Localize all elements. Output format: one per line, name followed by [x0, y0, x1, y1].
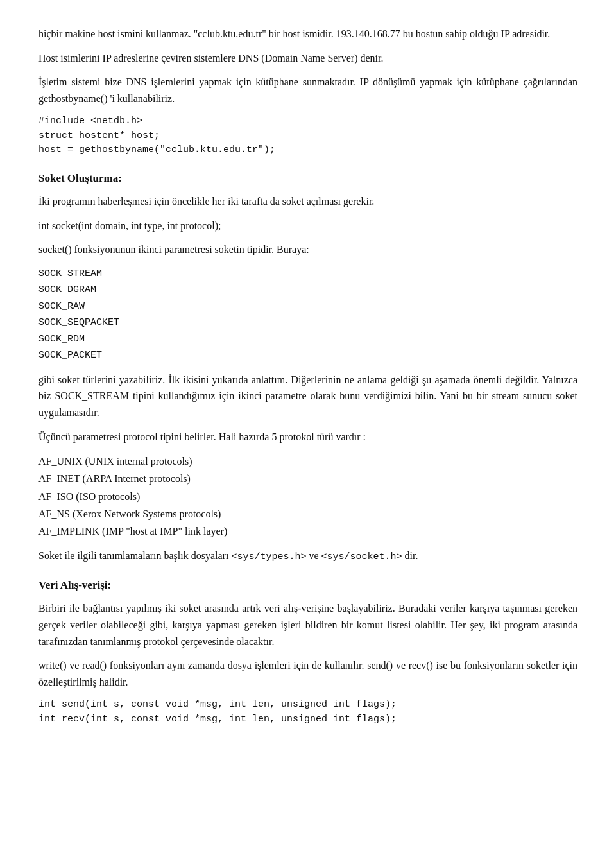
- code-gethostbyname: #include <netdb.h> struct hostent* host;…: [38, 114, 578, 158]
- main-content: hiçbir makine host ismini kullanmaz. "cc…: [38, 26, 578, 727]
- list-item-sock-dgram: SOCK_DGRAM: [38, 282, 578, 298]
- list-item-sock-packet: SOCK_PACKET: [38, 347, 578, 364]
- list-item-sock-rdm: SOCK_RDM: [38, 331, 578, 348]
- paragraph-socket-signature: int socket(int domain, int type, int pro…: [38, 218, 578, 234]
- proto-af-inet: AF_INET (ARPA Internet protocols): [38, 470, 578, 487]
- paragraph-4: İki programın haberleşmesi için öncelikl…: [38, 193, 578, 210]
- list-item-sock-raw: SOCK_RAW: [38, 298, 578, 315]
- sock-types-list: SOCK_STREAM SOCK_DGRAM SOCK_RAW SOCK_SEQ…: [38, 266, 578, 364]
- inline-code-sys-socket: <sys/socket.h>: [321, 551, 402, 562]
- list-item-sock-stream: SOCK_STREAM: [38, 266, 578, 282]
- paragraph-3: İşletim sistemi bize DNS işlemlerini yap…: [38, 74, 578, 107]
- heading-soket-olusturma: Soket Oluşturma:: [38, 169, 578, 187]
- paragraph-9-header-files: Soket ile ilgili tanımlamaların başlık d…: [38, 548, 578, 565]
- protocol-list: AF_UNIX (UNIX internal protocols) AF_INE…: [38, 453, 578, 540]
- paragraph-2: Host isimlerini IP adreslerine çeviren s…: [38, 50, 578, 67]
- paragraph-7: gibi soket türlerini yazabiliriz. İlk ik…: [38, 372, 578, 421]
- proto-af-implink: AF_IMPLINK (IMP "host at IMP" link layer…: [38, 522, 578, 540]
- proto-af-ns: AF_NS (Xerox Network Systems protocols): [38, 505, 578, 522]
- paragraph-6: socket() fonksiyonunun ikinci parametres…: [38, 241, 578, 258]
- paragraph-8: Üçüncü parametresi protocol tipini belir…: [38, 429, 578, 445]
- paragraph-11: write() ve read() fonksiyonları aynı zam…: [38, 657, 578, 690]
- inline-code-sys-types: <sys/types.h>: [231, 551, 306, 562]
- code-send-recv: int send(int s, const void *msg, int len…: [38, 698, 578, 727]
- paragraph-1: hiçbir makine host ismini kullanmaz. "cc…: [38, 26, 578, 42]
- paragraph-10: Birbiri ile bağlantısı yapılmış iki soke…: [38, 600, 578, 650]
- proto-af-unix: AF_UNIX (UNIX internal protocols): [38, 453, 578, 470]
- list-item-sock-seqpacket: SOCK_SEQPACKET: [38, 315, 578, 331]
- proto-af-iso: AF_ISO (ISO protocols): [38, 488, 578, 505]
- heading-veri-alis-verisi: Veri Alış-verişi:: [38, 576, 578, 594]
